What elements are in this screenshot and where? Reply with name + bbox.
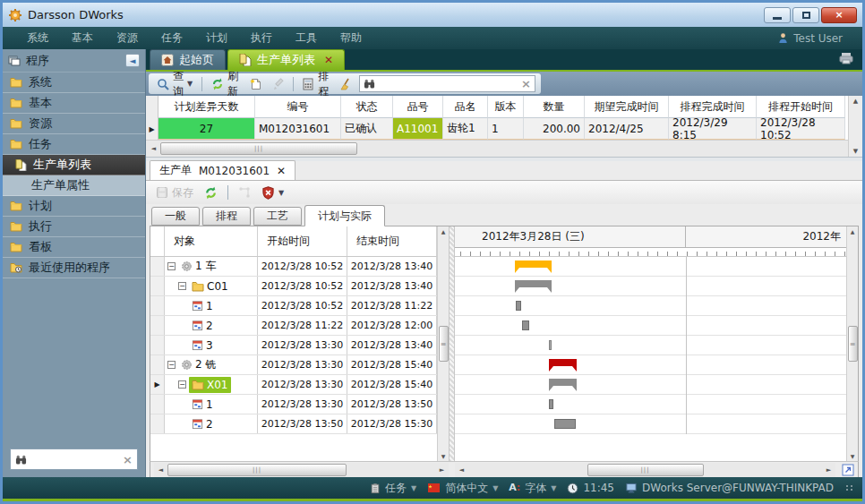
edit-button[interactable] (269, 77, 287, 91)
sidebar-search-input[interactable] (30, 453, 119, 466)
sidebar-item-5[interactable]: 生产单属性 (3, 175, 145, 196)
dropdown-arrow-icon[interactable]: ▼ (551, 484, 556, 492)
tree-col-header-1[interactable]: 开始时间 (258, 226, 347, 257)
expander-icon[interactable]: − (178, 380, 186, 389)
grid-col-header-1[interactable]: 编号 (255, 96, 341, 118)
sidebar-item-1[interactable]: 基本 (3, 93, 145, 114)
grid-col-header-9[interactable]: 排程开始时间 (757, 96, 845, 118)
tree-obj-cell[interactable]: 3 (165, 336, 258, 355)
tree-row-4[interactable]: 32012/3/28 13:302012/3/28 13:40 (150, 336, 437, 355)
expander-icon[interactable]: − (167, 262, 176, 270)
open-external-icon[interactable] (842, 464, 854, 476)
order-detail-tab[interactable]: 生产单 M012031601 ✕ (150, 160, 295, 180)
tree-col-header-2[interactable]: 结束时间 (347, 226, 437, 257)
grid-col-header-6[interactable]: 数量 (524, 96, 585, 118)
quick-filter-input[interactable] (379, 78, 518, 90)
expander-icon[interactable]: − (178, 282, 186, 290)
tab-production-order-list[interactable]: 生产单列表 ✕ (227, 49, 345, 70)
tree-row-1[interactable]: −C012012/3/28 10:522012/3/28 13:40 (150, 277, 437, 296)
grid-col-header-5[interactable]: 版本 (488, 96, 524, 118)
gantt-hscrollbar[interactable]: ◄|||► (455, 463, 835, 477)
sidebar-item-2[interactable]: 资源 (3, 114, 145, 134)
dropdown-arrow-icon[interactable]: ▼ (492, 484, 498, 492)
tree-hscrollbar[interactable]: ◄|||► (154, 463, 449, 477)
grid-col-header-0[interactable]: 计划差异天数 (158, 96, 255, 118)
tab-close-icon[interactable]: ✕ (324, 54, 333, 66)
sidebar-item-3[interactable]: 任务 (3, 134, 145, 155)
user-box[interactable]: Test User (777, 32, 850, 45)
tree-obj-cell[interactable]: 1 (165, 296, 258, 315)
tree-row-2[interactable]: 12012/3/28 10:522012/3/28 11:22 (150, 296, 437, 316)
maximize-button[interactable] (792, 7, 819, 23)
menu-item-7[interactable]: 帮助 (329, 30, 373, 46)
status-item-1[interactable]: 简体中文▼ (427, 481, 498, 496)
detail-tab-1[interactable]: 排程 (202, 207, 251, 226)
new-button[interactable] (246, 77, 264, 91)
printer-icon[interactable] (839, 53, 853, 64)
sidebar-item-8[interactable]: 看板 (3, 237, 145, 258)
sidebar-search-clear-icon[interactable]: × (123, 454, 133, 466)
menu-item-0[interactable]: 系统 (15, 30, 60, 46)
status-item-0[interactable]: 任务▼ (370, 481, 416, 496)
tree-obj-cell[interactable]: 2 (165, 316, 258, 335)
tree-vscrollbar[interactable]: ▲≡▼ (437, 226, 449, 461)
resize-grip[interactable] (846, 485, 853, 491)
tree-obj-cell[interactable]: −C01 (165, 277, 258, 295)
dropdown-arrow-icon[interactable]: ▼ (411, 484, 416, 492)
validate-dropdown-icon[interactable]: ▼ (278, 189, 284, 197)
validate-button[interactable]: ▼ (259, 185, 287, 201)
tree-obj-cell[interactable]: −2 铣 (165, 355, 258, 374)
detail-tab-2[interactable]: 工艺 (253, 207, 302, 226)
tree-row-3[interactable]: 22012/3/28 11:222012/3/28 12:00 (150, 316, 437, 336)
query-dropdown-icon[interactable]: ▼ (187, 80, 193, 88)
hierarchy-button[interactable] (236, 185, 253, 200)
minimize-button[interactable] (764, 7, 791, 23)
gantt-vscroll-thumb[interactable]: ≡ (848, 326, 858, 362)
grid-row[interactable]: ▶ 27M012031601已确认A11001齿轮11200.002012/4/… (146, 118, 848, 140)
gantt-bar-4[interactable] (549, 340, 552, 350)
grid-col-header-3[interactable]: 品号 (393, 96, 443, 118)
tab-home[interactable]: 起始页 (150, 49, 226, 70)
grid-col-header-4[interactable]: 品名 (443, 96, 488, 118)
tree-row-6[interactable]: ▶−X012012/3/28 13:302012/3/28 15:40 (150, 375, 437, 395)
tree-vscroll-thumb[interactable]: ≡ (439, 326, 449, 362)
sidebar-item-4[interactable]: 生产单列表 (3, 155, 145, 175)
gantt-bar-8[interactable] (554, 419, 576, 429)
menu-item-1[interactable]: 基本 (60, 30, 105, 46)
sidebar-collapse-button[interactable]: ◄ (125, 54, 140, 67)
scroll-left-icon[interactable]: ◄ (147, 142, 160, 156)
expander-icon[interactable]: − (167, 361, 176, 369)
menu-item-2[interactable]: 资源 (105, 30, 150, 46)
tree-obj-cell[interactable]: −1 车 (165, 257, 258, 276)
menu-item-4[interactable]: 计划 (194, 30, 239, 46)
grid-hscroll-thumb[interactable]: ||| (160, 142, 357, 155)
tree-obj-cell[interactable]: 2 (165, 414, 258, 433)
detail-tab-0[interactable]: 一般 (151, 207, 200, 226)
menu-item-5[interactable]: 执行 (239, 30, 284, 46)
close-button[interactable]: × (821, 7, 857, 23)
sidebar-item-9[interactable]: 最近使用的程序 (3, 258, 145, 278)
menu-item-3[interactable]: 任务 (150, 30, 194, 46)
tree-row-7[interactable]: 12012/3/28 13:302012/3/28 13:50 (150, 395, 437, 414)
status-item-2[interactable]: A:字体▼ (509, 481, 556, 496)
menu-item-6[interactable]: 工具 (284, 30, 329, 46)
tree-obj-cell[interactable]: 1 (165, 395, 258, 414)
tree-col-header-0[interactable]: 对象 (165, 226, 258, 257)
order-detail-close-icon[interactable]: ✕ (277, 165, 286, 177)
grid-col-header-2[interactable]: 状态 (341, 96, 393, 118)
gantt-bar-3[interactable] (522, 320, 529, 330)
grid-vscrollbar[interactable]: ▲▼ (848, 96, 862, 157)
quick-filter-clear-icon[interactable]: × (521, 78, 531, 90)
gantt-bar-7[interactable] (549, 399, 553, 409)
detail-refresh-button[interactable] (201, 185, 220, 201)
gantt-vscrollbar[interactable]: ▲≡▼ (846, 226, 858, 461)
grid-col-header-8[interactable]: 排程完成时间 (669, 96, 757, 118)
save-button[interactable]: 保存 (153, 184, 196, 201)
tree-row-8[interactable]: 22012/3/28 13:502012/3/28 15:30 (150, 414, 437, 434)
tree-obj-cell[interactable]: −X01 (165, 375, 258, 394)
gantt-bar-2[interactable] (516, 301, 521, 311)
sidebar-item-7[interactable]: 执行 (3, 217, 145, 237)
splitter-handle[interactable] (449, 226, 455, 461)
grid-hscrollbar[interactable]: ◄ ||| (146, 140, 848, 157)
grid-col-header-7[interactable]: 期望完成时间 (585, 96, 669, 118)
